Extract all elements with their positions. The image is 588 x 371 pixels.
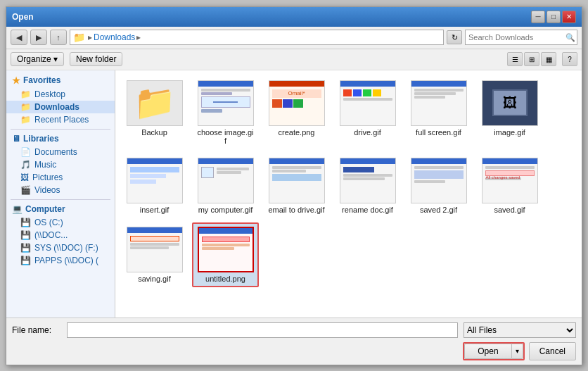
computer-header[interactable]: 💻 Computer — [6, 202, 115, 216]
file-thumbnail-saved: All changes saved — [482, 158, 538, 203]
sidebar-item-papps[interactable]: 💾 PAPPS (\\DOC) ( — [6, 254, 115, 267]
filename-label: File name: — [12, 325, 61, 335]
drive-papps-icon: 💾 — [20, 256, 31, 265]
music-icon: 🎵 — [20, 160, 31, 170]
file-thumbnail-rename-doc — [340, 158, 396, 203]
file-label-untitled: untitled.png — [205, 275, 245, 283]
search-input[interactable] — [468, 33, 565, 42]
address-bar[interactable]: 📁 ▸ Downloads ▸ — [70, 30, 444, 45]
libraries-icon: 🖥 — [12, 134, 20, 144]
backup-folder-icon: 📁 — [134, 86, 176, 120]
drive-c-icon: 💾 — [20, 218, 31, 227]
recent-folder-icon: 📁 — [20, 115, 31, 125]
open-dropdown-button[interactable]: ▾ — [511, 344, 523, 359]
minimize-button[interactable]: ─ — [531, 11, 545, 23]
organize-button[interactable]: Organize ▾ — [11, 52, 64, 66]
file-label-email-drive: email to drive.gif — [268, 206, 324, 214]
file-thumbnail-choose-image — [198, 80, 254, 126]
file-item-choose-image[interactable]: choose image.gif — [192, 76, 259, 149]
up-button[interactable]: ↑ — [50, 30, 67, 45]
file-label-drive: drive.gif — [354, 128, 381, 137]
file-item-backup[interactable]: 📁 Backup — [121, 76, 188, 149]
downloads-folder-icon: 📁 — [20, 102, 31, 112]
maximize-button[interactable]: □ — [547, 11, 561, 23]
search-bar[interactable]: 🔍 — [465, 30, 577, 45]
drive-unc-icon: 💾 — [20, 230, 31, 240]
file-thumbnail-insert — [127, 158, 183, 203]
help-button[interactable]: ? — [562, 52, 577, 66]
sidebar-item-videos[interactable]: 🎬 Videos — [6, 184, 115, 196]
file-label-create: create.png — [279, 128, 315, 137]
file-label-image: image.gif — [494, 128, 525, 137]
search-icon: 🔍 — [565, 33, 575, 42]
open-dialog: Open ─ □ ✕ ◀ ▶ ↑ 📁 ▸ Downloads ▸ ↻ 🔍 Org… — [6, 6, 582, 365]
file-label-mycomputer: my computer.gif — [198, 206, 253, 214]
file-label-saved2: saved 2.gif — [420, 206, 457, 214]
favorites-section: ★ Favorites 📁 Desktop 📁 Downloads 📁 Rece… — [6, 73, 115, 126]
file-item-insert[interactable]: insert.gif — [121, 153, 188, 218]
file-item-saved[interactable]: All changes saved saved.gif — [476, 153, 543, 218]
view-details-button[interactable]: ⊞ — [524, 52, 539, 66]
sidebar-item-music[interactable]: 🎵 Music — [6, 158, 115, 171]
file-thumbnail-backup: 📁 — [127, 80, 183, 126]
file-item-mycomputer[interactable]: my computer.gif — [192, 153, 259, 218]
sidebar-item-sysf[interactable]: 💾 SYS (\\DOC) (F:) — [6, 241, 115, 254]
computer-icon: 💻 — [12, 204, 23, 214]
file-thumbnail-email-drive — [269, 158, 325, 203]
file-item-create[interactable]: Omail* create.png — [263, 76, 330, 149]
path-downloads[interactable]: Downloads — [94, 32, 135, 42]
sidebar-item-pictures[interactable]: 🖼 Pictures — [6, 171, 115, 184]
drive-f-icon: 💾 — [20, 243, 31, 253]
videos-icon: 🎬 — [20, 185, 31, 195]
filetype-select[interactable]: All Files — [464, 322, 576, 338]
back-button[interactable]: ◀ — [11, 30, 27, 45]
sidebar-item-recent-places[interactable]: 📁 Recent Places — [6, 113, 115, 126]
file-item-image[interactable]: 🖼 image.gif — [476, 76, 543, 149]
computer-section: 💻 Computer 💾 OS (C:) 💾 (\\DOC... 💾 SYS (… — [6, 202, 115, 267]
sidebar-item-osc[interactable]: 💾 OS (C:) — [6, 216, 115, 229]
libraries-section: 🖥 Libraries 📄 Documents 🎵 Music 🖼 Pictur… — [6, 132, 115, 196]
new-folder-button[interactable]: New folder — [70, 52, 122, 66]
file-thumbnail-drive — [340, 80, 396, 126]
address-path: ▸ Downloads ▸ — [88, 32, 440, 42]
file-thumbnail-saved2 — [411, 158, 467, 203]
file-item-untitled[interactable]: untitled.png — [192, 222, 259, 287]
file-label-backup: Backup — [141, 128, 167, 137]
file-item-drive[interactable]: drive.gif — [334, 76, 401, 149]
file-item-email-drive[interactable]: email to drive.gif — [263, 153, 330, 218]
file-label-insert: insert.gif — [140, 206, 170, 214]
file-label-rename-doc: rename doc.gif — [342, 206, 393, 214]
sidebar-item-documents[interactable]: 📄 Documents — [6, 146, 115, 158]
close-button[interactable]: ✕ — [562, 11, 576, 23]
bottom-bar: File name: All Files Open ▾ Cancel — [6, 317, 582, 365]
filename-input[interactable] — [67, 322, 458, 338]
view-list-button[interactable]: ☰ — [507, 52, 523, 66]
cancel-button[interactable]: Cancel — [529, 342, 576, 360]
content-area: ★ Favorites 📁 Desktop 📁 Downloads 📁 Rece… — [6, 70, 582, 317]
dialog-title: Open — [12, 12, 34, 22]
file-thumbnail-image: 🖼 — [482, 80, 538, 126]
file-thumbnail-fullscreen — [411, 80, 467, 126]
file-item-saving[interactable]: saving.gif — [121, 222, 188, 287]
view-icons: ☰ ⊞ ▦ — [507, 52, 556, 66]
file-thumbnail-mycomputer — [198, 158, 254, 203]
filename-row: File name: All Files — [12, 322, 576, 338]
view-large-button[interactable]: ▦ — [541, 52, 556, 66]
documents-icon: 📄 — [20, 147, 31, 157]
sidebar-item-desktop[interactable]: 📁 Desktop — [6, 88, 115, 101]
file-item-fullscreen[interactable]: full screen.gif — [405, 76, 472, 149]
sidebar-item-downloads[interactable]: 📁 Downloads — [6, 101, 115, 113]
file-item-rename-doc[interactable]: rename doc.gif — [334, 153, 401, 218]
title-bar: Open ─ □ ✕ — [6, 7, 582, 27]
favorites-star-icon: ★ — [12, 75, 20, 86]
file-label-saved: saved.gif — [494, 206, 525, 214]
file-thumbnail-saving — [127, 227, 183, 272]
sidebar-item-doc-unc[interactable]: 💾 (\\DOC... — [6, 229, 115, 241]
file-item-saved2[interactable]: saved 2.gif — [405, 153, 472, 218]
refresh-button[interactable]: ↻ — [447, 30, 462, 44]
favorites-header[interactable]: ★ Favorites — [6, 73, 115, 88]
forward-button[interactable]: ▶ — [30, 30, 47, 45]
file-label-choose-image: choose image.gif — [196, 128, 255, 145]
libraries-header[interactable]: 🖥 Libraries — [6, 132, 115, 146]
open-button[interactable]: Open — [464, 344, 511, 359]
